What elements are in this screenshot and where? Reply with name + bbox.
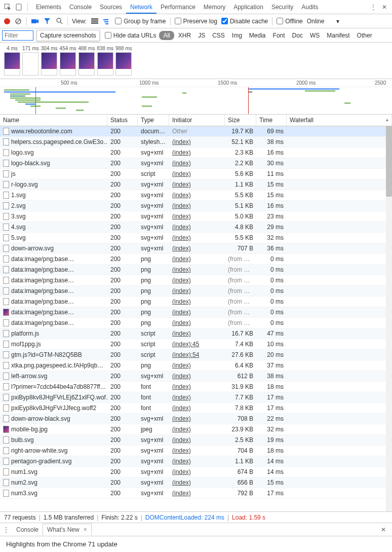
table-row[interactable]: js200script(index)5.6 KB11 ms <box>0 169 392 179</box>
table-row[interactable]: pxiByp8kv8JHgFVrLEj6Z1xlFQ.wof…200font(i… <box>0 392 392 403</box>
table-row[interactable]: 4.svg200svg+xml(index)4.8 KB29 ms <box>0 222 392 233</box>
cell-initiator[interactable]: (index) <box>169 479 225 486</box>
cell-initiator[interactable]: (index) <box>169 383 225 390</box>
table-row[interactable]: logo.svg200svg+xml(index)2.3 KB16 ms <box>0 148 392 158</box>
col-waterfall[interactable]: Waterfall <box>287 115 392 126</box>
table-row[interactable]: mof1ppg.js200script(index):457.4 KB10 ms <box>0 339 392 350</box>
table-row[interactable]: pxiEyp8kv8JHgFVrJJfecg.woff2200font(inde… <box>0 403 392 414</box>
table-row[interactable]: helpers.css.pagespeed.ce.GwE3o…200styles… <box>0 137 392 148</box>
request-table[interactable]: Name Status Type Initiator Size Time Wat… <box>0 115 392 512</box>
table-row[interactable]: platform.js200script(index)16.7 KB47 ms <box>0 328 392 339</box>
table-row[interactable]: right-arrow-white.svg200svg+xml(index)70… <box>0 446 392 456</box>
more-icon[interactable]: ⋮ <box>369 3 378 12</box>
table-row[interactable]: data:image/png;base…200png(index)(from m… <box>0 307 392 318</box>
table-row[interactable]: down-arrow-black.svg200svg+xml(index)708… <box>0 414 392 424</box>
cell-initiator[interactable]: (index) <box>169 362 225 369</box>
cell-initiator[interactable]: (index) <box>169 490 225 497</box>
table-row[interactable]: 5.svg200svg+xml(index)5.5 KB32 ms <box>0 233 392 243</box>
cell-initiator[interactable]: (index) <box>169 447 225 454</box>
cell-initiator[interactable]: (index) <box>169 298 225 305</box>
scrollbar[interactable] <box>386 126 392 511</box>
inspect-icon[interactable] <box>3 3 12 12</box>
type-filter-all[interactable]: All <box>159 31 174 40</box>
cell-initiator[interactable]: (index) <box>169 245 225 252</box>
screenshot-thumb[interactable] <box>97 52 113 76</box>
cell-initiator[interactable]: (index) <box>169 255 225 263</box>
cell-initiator[interactable]: Other <box>169 128 225 135</box>
close-icon[interactable]: ✕ <box>378 525 389 534</box>
clear-icon[interactable] <box>14 17 22 25</box>
drawer-tab-console[interactable]: Console <box>12 524 43 535</box>
table-row[interactable]: data:image/png;base…200png(index)(from m… <box>0 275 392 286</box>
table-row[interactable]: data:image/png;base…200png(index)(from m… <box>0 318 392 328</box>
col-initiator[interactable]: Initiator <box>169 115 225 126</box>
type-filter-js[interactable]: JS <box>195 31 208 40</box>
table-row[interactable]: xtka.png.pagespeed.ic.fAHp9qb…200png(ind… <box>0 360 392 371</box>
cell-initiator[interactable]: (index) <box>169 319 225 326</box>
table-row[interactable]: data:image/png;base…200png(index)(from m… <box>0 254 392 265</box>
cell-initiator[interactable]: (index) <box>169 373 225 380</box>
device-icon[interactable] <box>14 3 23 12</box>
table-row[interactable]: 3.svg200svg+xml(index)5.0 KB23 ms <box>0 211 392 222</box>
record-icon[interactable] <box>4 18 10 24</box>
screenshot-thumb[interactable] <box>115 52 132 76</box>
table-row[interactable]: data:image/png;base…200png(index)(from m… <box>0 297 392 307</box>
timeline-overview[interactable]: 500 ms1000 ms1500 ms2000 ms2500 <box>0 79 392 115</box>
type-filter-other[interactable]: Other <box>354 31 375 40</box>
group-by-frame-checkbox[interactable]: Group by frame <box>115 18 166 25</box>
table-row[interactable]: 1.svg200svg+xml(index)5.5 KB15 ms <box>0 190 392 201</box>
hide-data-urls-checkbox[interactable]: Hide data URLs <box>105 32 156 39</box>
table-row[interactable]: logo-black.svg200svg+xml(index)2.2 KB30 … <box>0 158 392 169</box>
col-size[interactable]: Size <box>225 115 256 126</box>
screenshot-thumb[interactable] <box>79 52 95 76</box>
overview-icon[interactable] <box>103 17 111 25</box>
table-row[interactable]: 2.svg200svg+xml(index)5.1 KB16 ms <box>0 201 392 211</box>
table-row[interactable]: data:image/png;base…200png(index)(from m… <box>0 265 392 275</box>
table-row[interactable]: mobile-bg.jpg200jpeg(index)23.9 KB32 ms <box>0 424 392 435</box>
tab-network[interactable]: Network <box>126 1 156 14</box>
cell-initiator[interactable]: (index) <box>169 170 225 177</box>
table-row[interactable]: num2.svg200svg+xml(index)656 B15 ms <box>0 477 392 488</box>
table-row[interactable]: data:image/png;base…200png(index)(from m… <box>0 286 392 297</box>
table-row[interactable]: left-arrow.svg200svg+xml(index)612 B38 m… <box>0 371 392 382</box>
col-type[interactable]: Type <box>138 115 169 126</box>
table-row[interactable]: www.rebootonline.com200documentOther19.7… <box>0 126 392 137</box>
filter-input[interactable] <box>2 30 33 41</box>
type-filter-font[interactable]: Font <box>270 31 288 40</box>
tab-console[interactable]: Console <box>65 1 96 14</box>
type-filter-manifest[interactable]: Manifest <box>324 31 352 40</box>
table-row[interactable]: num1.svg200svg+xml(index)674 B14 ms <box>0 467 392 477</box>
cell-initiator[interactable]: (index) <box>169 415 225 422</box>
offline-checkbox[interactable]: Offline <box>277 18 302 25</box>
screenshot-thumb[interactable] <box>60 52 76 76</box>
cell-initiator[interactable]: (index) <box>169 181 225 188</box>
type-filter-xhr[interactable]: XHR <box>175 31 194 40</box>
table-row[interactable]: down-arrow.svg200svg+xml(index)707 B36 m… <box>0 243 392 254</box>
tab-security[interactable]: Security <box>267 1 297 14</box>
cell-initiator[interactable]: (index) <box>169 330 225 337</box>
type-filter-ws[interactable]: WS <box>307 31 323 40</box>
col-status[interactable]: Status <box>107 115 138 126</box>
tab-performance[interactable]: Performance <box>156 1 200 14</box>
throttle-select[interactable]: Online▾ <box>307 18 340 25</box>
type-filter-img[interactable]: Img <box>229 31 245 40</box>
preserve-log-checkbox[interactable]: Preserve log <box>175 18 217 25</box>
drawer-tab-what-s-new[interactable]: What's New× <box>43 524 92 535</box>
search-icon[interactable] <box>55 17 63 25</box>
cell-initiator[interactable]: (index) <box>169 266 225 273</box>
type-filter-doc[interactable]: Doc <box>289 31 306 40</box>
cell-initiator[interactable]: (index) <box>169 234 225 241</box>
cell-initiator[interactable]: (index) <box>169 192 225 199</box>
table-row[interactable]: l?primer=7cdcb44be4a7db8877ff…200font(in… <box>0 382 392 392</box>
cell-initiator[interactable]: (index) <box>169 468 225 475</box>
cell-initiator[interactable]: (index) <box>169 202 225 209</box>
screenshot-thumb[interactable] <box>41 52 57 76</box>
cell-initiator[interactable]: (index):54 <box>169 351 225 358</box>
cell-initiator[interactable]: (index) <box>169 309 225 316</box>
cell-initiator[interactable]: (index) <box>169 213 225 220</box>
col-name[interactable]: Name <box>0 115 107 126</box>
cell-initiator[interactable]: (index) <box>169 394 225 401</box>
table-row[interactable]: num3.svg200svg+xml(index)792 B17 ms <box>0 488 392 499</box>
cell-initiator[interactable]: (index) <box>169 149 225 156</box>
col-time[interactable]: Time <box>256 115 287 126</box>
